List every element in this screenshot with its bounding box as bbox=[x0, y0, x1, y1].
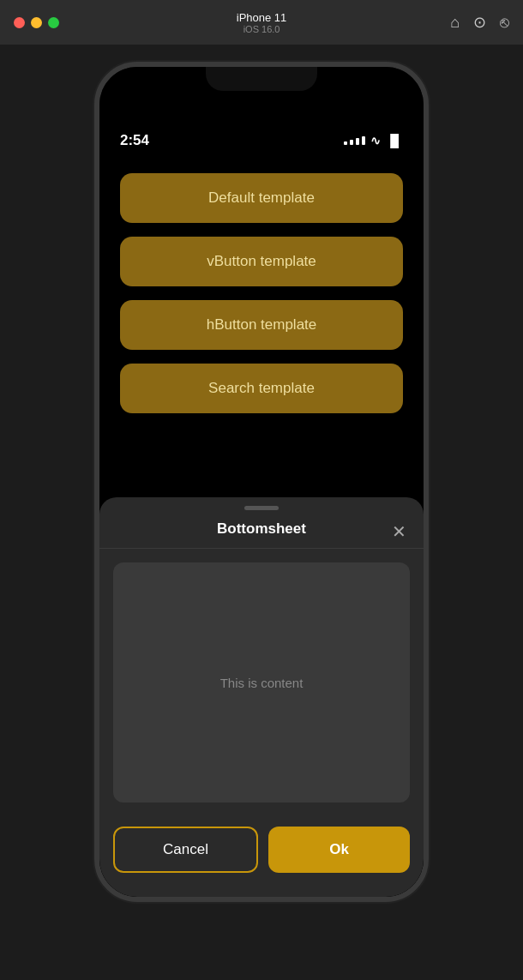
bottomsheet-title: Bottomsheet bbox=[217, 520, 306, 538]
cancel-button[interactable]: Cancel bbox=[113, 827, 258, 873]
bottomsheet-header: Bottomsheet ✕ bbox=[99, 515, 424, 549]
bottomsheet-handle bbox=[244, 506, 279, 510]
device-os: iOS 16.0 bbox=[243, 24, 280, 34]
phone-screen: 2:54 ∿ ▐▌ Default template bbox=[99, 67, 424, 897]
bottomsheet-actions: Cancel Ok bbox=[99, 816, 424, 897]
default-template-button[interactable]: Default template bbox=[120, 173, 403, 223]
close-button[interactable] bbox=[14, 17, 25, 28]
battery-icon: ▐▌ bbox=[386, 134, 403, 147]
phone-notch bbox=[206, 67, 317, 91]
ok-button[interactable]: Ok bbox=[268, 827, 410, 873]
buttons-container: Default template vButton template hButto… bbox=[99, 156, 424, 430]
title-bar: iPhone 11 iOS 16.0 ⌂ ⊙ ⎋ bbox=[0, 0, 523, 45]
search-template-button[interactable]: Search template bbox=[120, 364, 403, 413]
camera-icon[interactable]: ⊙ bbox=[473, 13, 486, 32]
signal-icon bbox=[344, 136, 365, 145]
share-icon[interactable]: ⎋ bbox=[500, 14, 509, 32]
device-name: iPhone 11 bbox=[237, 11, 287, 24]
status-bar: 2:54 ∿ ▐▌ bbox=[99, 115, 424, 156]
minimize-button[interactable] bbox=[31, 17, 42, 28]
bottomsheet-handle-area bbox=[99, 497, 424, 515]
mac-window: iPhone 11 iOS 16.0 ⌂ ⊙ ⎋ 2:54 bbox=[0, 0, 523, 980]
wifi-icon: ∿ bbox=[370, 134, 381, 147]
phone-frame: 2:54 ∿ ▐▌ Default template bbox=[94, 62, 429, 902]
bottomsheet-close-button[interactable]: ✕ bbox=[388, 520, 410, 544]
status-time: 2:54 bbox=[120, 132, 149, 149]
title-bar-actions: ⌂ ⊙ ⎋ bbox=[450, 13, 509, 32]
hbutton-template-button[interactable]: hButton template bbox=[120, 300, 403, 350]
bottomsheet: Bottomsheet ✕ This is content Cancel Ok bbox=[99, 497, 424, 897]
maximize-button[interactable] bbox=[48, 17, 59, 28]
home-icon[interactable]: ⌂ bbox=[450, 14, 460, 32]
bottomsheet-content: This is content bbox=[113, 562, 410, 803]
title-bar-center: iPhone 11 iOS 16.0 bbox=[73, 11, 450, 34]
traffic-lights bbox=[14, 17, 59, 28]
bottomsheet-content-text: This is content bbox=[220, 676, 304, 690]
status-icons: ∿ ▐▌ bbox=[344, 134, 403, 147]
vbutton-template-button[interactable]: vButton template bbox=[120, 237, 403, 286]
